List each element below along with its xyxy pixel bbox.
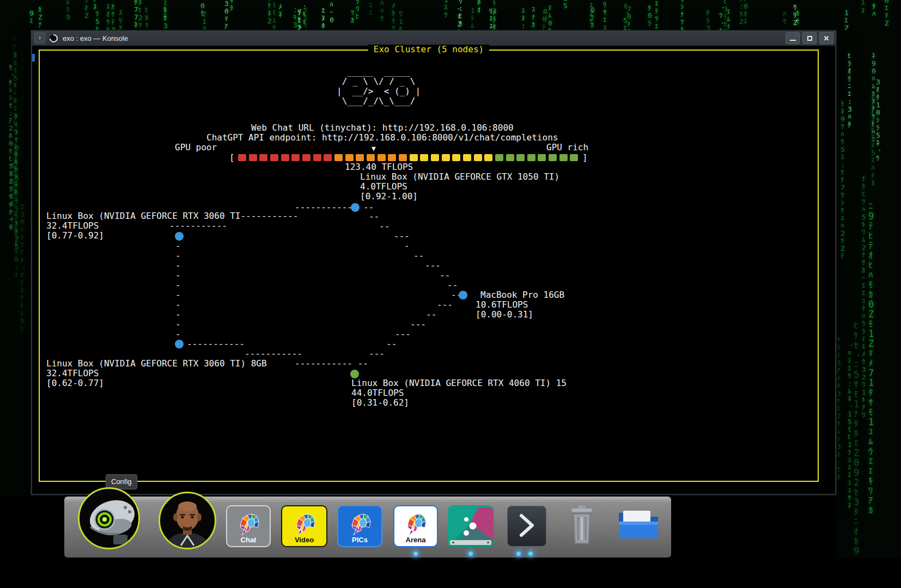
gpu-bar-square-green — [495, 154, 503, 161]
gpu-bar-square-orange — [345, 154, 354, 161]
robot-avatar-icon — [80, 489, 138, 548]
matrix-glyph-column: 3 ｵ ﾀ 1 0 ｼ ﾗ 5 ﾈ ・ ｳ — [876, 78, 883, 162]
gpu-bar-square-red — [291, 154, 300, 161]
arena-app-button-label: Arena — [406, 536, 426, 544]
bar-close-bracket: ] — [582, 153, 588, 163]
robot-avatar-button[interactable] — [78, 487, 140, 549]
matrix-glyph-column: ﾒ ｷ ﾃ ﾈ — [542, 8, 546, 30]
konsole-app-button[interactable] — [507, 506, 546, 547]
topology-link-dashes: --- — [369, 349, 385, 359]
exo-ascii-logo: _____ _____ / _ \ \/ / _ \ | __/> < (_) … — [337, 67, 421, 106]
scrollbar-marker[interactable] — [32, 54, 35, 62]
node-rtx-3060-ti-8gb-range: [0.62-0.77] — [46, 378, 104, 388]
web-chat-url: Web Chat URL (tinychat): http://192.168.… — [251, 123, 514, 133]
gpu-poor-label: GPU poor — [175, 143, 217, 152]
topology-link-dashes: ----------- — [245, 349, 302, 359]
running-indicator-konsole-2 — [528, 552, 533, 556]
topology-link-dashes: - — [175, 271, 181, 280]
topology-link-dashes: -- — [379, 222, 389, 231]
matrix-glyph-column: ﾗ ﾜ ﾋ — [356, 0, 360, 21]
window-titlebar[interactable]: › exo : exo — Konsole ✕ — [31, 30, 836, 46]
node-macbook-pro-flops: 10.6TFLOPS — [476, 300, 528, 310]
total-tflops: 123.40 TFLOPS — [345, 162, 413, 172]
close-button[interactable]: ✕ — [819, 32, 833, 44]
gpu-bar-square-red — [249, 154, 257, 161]
matrix-glyph-column: 1 ﾃ ﾑ ﾂ — [471, 7, 475, 30]
terminal-content[interactable]: Exo Cluster (5 nodes) Config _____ _____… — [32, 46, 835, 494]
matrix-glyph-column: ｻ ｹ ﾈ 2 — [267, 0, 272, 25]
api-endpoint: ChatGPT API endpoint: http://192.168.0.1… — [206, 133, 558, 143]
trash-button[interactable] — [564, 504, 599, 548]
gpu-bar-square-green — [538, 154, 546, 161]
matrix-glyph-column: ﾕ ﾇ : ｴ ｻ — [521, 7, 526, 30]
topology-link-dashes: - — [404, 241, 410, 251]
matrix-glyph-column: ﾀ 7 7 ﾈ ﾗ — [134, 0, 138, 30]
arena-app-button[interactable]: Arena — [393, 505, 438, 547]
gpu-bar-square-yellow — [474, 154, 482, 161]
matrix-glyph-column: ｳ : ﾋ ﾗ — [459, 0, 463, 28]
brain-logo-icon — [402, 511, 429, 536]
matrix-glyph-column: ﾊ ｳ — [783, 10, 787, 26]
matrix-glyph-column: ﾓ ｼ ﾅ ﾂ ｷ — [680, 0, 684, 30]
brain-logo-icon — [346, 511, 374, 536]
brain-logo-icon — [291, 511, 318, 536]
node-rtx-4060-ti-name: Linux Box (NVIDIA GEFORCE RTX 4060 TI) 1… — [351, 378, 567, 388]
node-rtx-4060-ti-flops: 44.0TFLOPS — [351, 388, 404, 398]
teal-media-app-button[interactable] — [448, 505, 494, 547]
topology-link-dashes: --- — [410, 320, 426, 329]
gpu-bar-square-orange — [356, 154, 364, 161]
matrix-glyph-column: 1 ｴ Z 2 ｶ — [844, 9, 849, 30]
matrix-glyph-column: 3 0 ﾏ ｱ 2 — [224, 0, 229, 30]
teal-media-app-icon — [448, 507, 494, 547]
video-app-button[interactable]: Video — [281, 505, 327, 547]
node-rtx-3060-ti-8gb-name: Linux Box (NVIDIA GEFORCE RTX 3060 TI) 8… — [46, 359, 267, 369]
trash-icon — [566, 504, 598, 546]
gpu-bar-square-green — [516, 154, 525, 161]
chat-app-button[interactable]: Chat — [226, 505, 271, 547]
man-avatar-button[interactable] — [159, 492, 216, 549]
gpu-bar-square-green — [549, 154, 557, 161]
matrix-glyph-column: ﾆ ﾆ — [369, 2, 373, 17]
gpu-bar-square-orange — [388, 154, 396, 161]
matrix-glyph-column: ﾇ ﾑ 0 ｶ ﾇ — [548, 4, 552, 30]
window-menu-button[interactable]: › — [34, 33, 45, 44]
bar-marker-icon: ▼ — [372, 144, 376, 154]
matrix-glyph-column: Z 5 — [563, 0, 568, 10]
matrix-glyph-column: ｽ ﾘ ｱ ｼ — [119, 9, 123, 30]
topology-link-dashes: ----------- — [169, 221, 227, 231]
matrix-glyph-column: 0 ｹ — [200, 2, 205, 17]
files-app-button[interactable] — [616, 507, 661, 544]
gpu-bar-square-orange — [399, 154, 407, 161]
matrix-glyph-column: ﾎ ｵ — [477, 0, 481, 14]
gpu-bar-square-yellow — [410, 154, 418, 161]
minimize-button[interactable] — [786, 32, 800, 44]
matrix-glyph-column: ｶ ｹ ﾃ 3 — [111, 3, 115, 30]
matrix-glyph-column: ﾗ ﾈ 9 ﾂ ﾊ ｳ 5 ｽ : ﾓ ﾅ 7 ﾜ ｼ ﾓ ﾕ ﾊ 2 ﾂ Z … — [841, 100, 845, 260]
gpu-bar-square-yellow — [452, 154, 460, 161]
gpu-bar-square-red — [324, 154, 332, 161]
topology-link-dashes: - — [175, 261, 181, 271]
topology-link-dashes: - — [175, 310, 181, 320]
matrix-glyph-column: ﾂ 5 ｾ ﾘ ｰ — [95, 10, 100, 30]
pics-app-button[interactable]: PICs — [337, 505, 382, 547]
gpu-bar-square-yellow — [442, 154, 450, 161]
matrix-glyph-column: ｳ ｵ Z — [84, 0, 89, 20]
node-gtx-1050-ti-dot — [351, 203, 360, 212]
matrix-glyph-column: ﾘ ｻ ｴ ﾕ — [603, 1, 607, 30]
matrix-glyph-column: ｷ ﾀ — [230, 0, 234, 12]
matrix-glyph-column: ・ ﾊ ｽ ｴ ｳ : ﾑ ﾈ ・ 1 5 ﾓ ﾋ 1 ﾗ ﾕ ｽ ｽ ﾕ ﾕ … — [848, 342, 855, 510]
window-title: exo : exo — Konsole — [63, 34, 786, 42]
matrix-glyph-column: ﾅ ﾇ — [93, 0, 97, 11]
gpu-bar-square-orange — [334, 154, 343, 161]
gpu-bar-square-green — [527, 154, 535, 161]
topology-link-dashes: - — [175, 251, 181, 261]
node-gtx-1050-ti-name: Linux Box (NVIDIA GEFORCE GTX 1050 TI) — [360, 172, 559, 182]
brain-logo-icon — [235, 511, 262, 536]
matrix-glyph-column: ｽ ｽ ﾘ ｵ 1 — [304, 7, 308, 30]
matrix-glyph-column: ﾀ ﾗ 3 ｰ — [706, 9, 710, 30]
matrix-glyph-column: ﾅ 0 ｵ ｽ — [744, 0, 748, 26]
matrix-glyph-column: ﾐ ﾓ ﾕ ｻ — [272, 2, 276, 30]
maximize-button[interactable] — [802, 32, 817, 44]
gpu-bar-square-yellow — [420, 154, 428, 161]
minimize-icon — [790, 40, 796, 41]
